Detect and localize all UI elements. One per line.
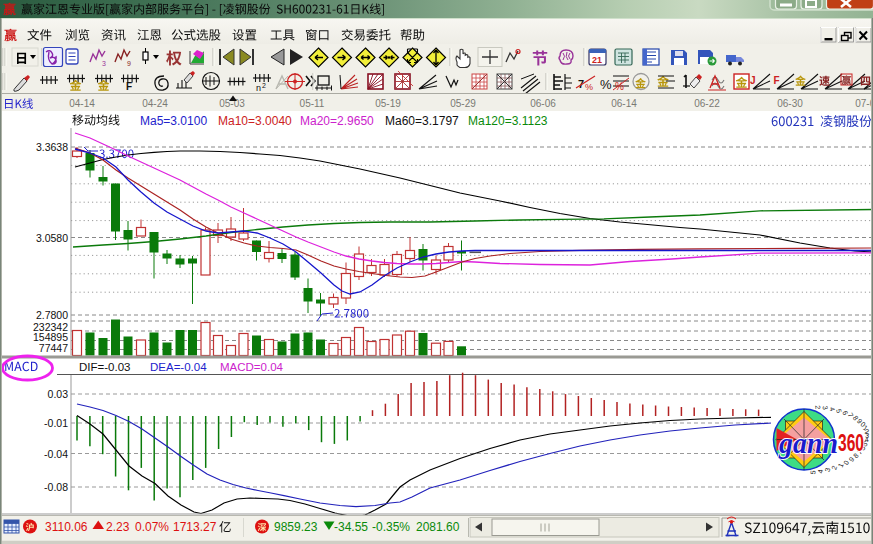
svg-text:3.3638: 3.3638 bbox=[36, 141, 68, 153]
svg-text:Ma10=3.0040: Ma10=3.0040 bbox=[218, 114, 292, 128]
svg-text:2: 2 bbox=[814, 405, 821, 410]
svg-text:05-19: 05-19 bbox=[375, 98, 401, 109]
svg-text:-34.55: -34.55 bbox=[334, 520, 368, 534]
svg-text:0.03: 0.03 bbox=[48, 388, 69, 400]
svg-text:%: % bbox=[600, 77, 612, 92]
svg-text:05-11: 05-11 bbox=[300, 98, 325, 109]
svg-text:9859.23: 9859.23 bbox=[274, 520, 318, 534]
svg-text:-0.04: -0.04 bbox=[44, 448, 68, 460]
svg-text:3: 3 bbox=[102, 60, 106, 67]
svg-text:3.0580: 3.0580 bbox=[36, 232, 68, 244]
svg-text:2: 2 bbox=[262, 82, 266, 89]
svg-text:05-29: 05-29 bbox=[450, 98, 476, 109]
svg-text:2.7800: 2.7800 bbox=[36, 309, 68, 321]
svg-text:04-14: 04-14 bbox=[69, 98, 95, 109]
svg-text:0.07%: 0.07% bbox=[135, 520, 169, 534]
svg-text:MACD=0.04: MACD=0.04 bbox=[220, 361, 284, 373]
svg-text:-0.01: -0.01 bbox=[44, 417, 68, 429]
svg-text:21: 21 bbox=[592, 55, 602, 65]
svg-text:77447: 77447 bbox=[39, 342, 68, 354]
svg-text:1713.27: 1713.27 bbox=[173, 520, 217, 534]
svg-text:Ma20=2.9650: Ma20=2.9650 bbox=[300, 114, 374, 128]
svg-text:gann: gann bbox=[778, 426, 838, 459]
svg-text:06-14: 06-14 bbox=[611, 98, 637, 109]
svg-text:Ma60=3.1797: Ma60=3.1797 bbox=[385, 114, 459, 128]
svg-text:F: F bbox=[774, 75, 780, 86]
svg-text:06-22: 06-22 bbox=[694, 98, 720, 109]
svg-text:Ma5=3.0100: Ma5=3.0100 bbox=[140, 114, 207, 128]
svg-text:Ma120=3.1123: Ma120=3.1123 bbox=[468, 114, 548, 128]
svg-text:3110.06: 3110.06 bbox=[45, 520, 88, 534]
svg-text:9: 9 bbox=[127, 60, 131, 67]
svg-text:DEA=-0.04: DEA=-0.04 bbox=[150, 361, 207, 373]
svg-text:J: J bbox=[750, 75, 756, 86]
svg-text:%: % bbox=[585, 82, 593, 92]
svg-text:F: F bbox=[126, 81, 132, 92]
svg-text:360: 360 bbox=[838, 430, 864, 456]
svg-text:-0.35%: -0.35% bbox=[372, 520, 410, 534]
svg-text:DIF=-0.03: DIF=-0.03 bbox=[79, 361, 130, 373]
svg-text:-0.08: -0.08 bbox=[44, 481, 68, 493]
svg-text:06-30: 06-30 bbox=[777, 98, 803, 109]
svg-text:2.23: 2.23 bbox=[106, 520, 130, 534]
svg-text:04-24: 04-24 bbox=[142, 98, 168, 109]
svg-text:2081.60: 2081.60 bbox=[416, 520, 460, 534]
svg-text:5: 5 bbox=[809, 470, 816, 475]
svg-text:n: n bbox=[256, 83, 261, 93]
svg-text:06-06: 06-06 bbox=[530, 98, 556, 109]
